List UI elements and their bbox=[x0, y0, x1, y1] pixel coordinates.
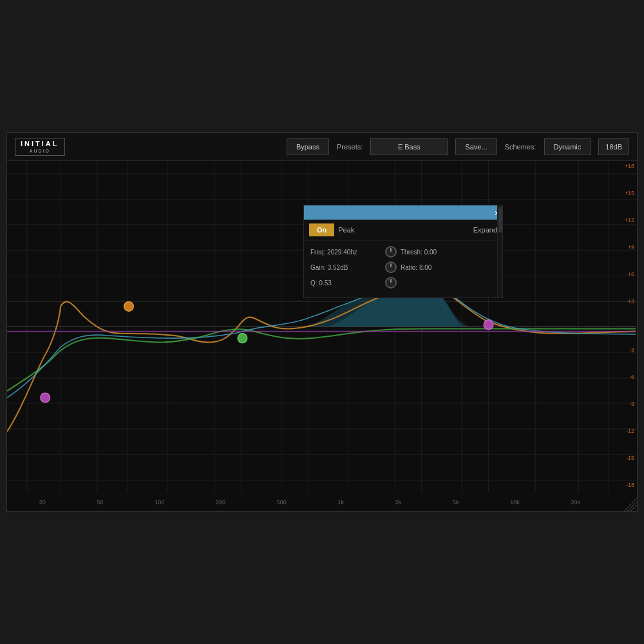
freq-scale: 20 50 100 200 500 1k 2k 5k 10k 20k bbox=[7, 493, 612, 511]
db-label-3p: +3 bbox=[615, 299, 634, 305]
ratio-knob[interactable] bbox=[385, 261, 397, 273]
schemes-button[interactable]: Dynamic bbox=[544, 138, 591, 155]
popup-header: x bbox=[304, 205, 502, 220]
db-label-6p: +6 bbox=[615, 272, 634, 278]
q-row: Q: 0.53 bbox=[310, 277, 496, 289]
db-label-3n: -3 bbox=[615, 347, 634, 353]
db-label-18p: +18 bbox=[615, 164, 634, 169]
freq-param-label: Freq: 2029.40hz bbox=[310, 249, 381, 256]
svg-point-32 bbox=[41, 393, 50, 402]
freq-2k: 2k bbox=[395, 499, 402, 506]
svg-line-37 bbox=[624, 498, 637, 511]
svg-point-33 bbox=[124, 301, 134, 311]
popup-toolbar: On Peak Expand bbox=[304, 220, 502, 241]
on-button[interactable]: On bbox=[309, 223, 334, 236]
thresh-knob[interactable] bbox=[385, 246, 397, 258]
expand-button[interactable]: Expand bbox=[473, 226, 497, 234]
scrollbar-thumb[interactable] bbox=[498, 207, 502, 232]
freq-100: 100 bbox=[155, 499, 164, 506]
plugin-container: INITIAL AUDIO Bypass Presets: Save... Sc… bbox=[6, 132, 638, 512]
db-label-9n: -9 bbox=[615, 401, 634, 407]
freq-200: 200 bbox=[216, 499, 225, 506]
db-label-15n: -15 bbox=[615, 455, 634, 461]
freq-20k: 20k bbox=[571, 499, 581, 506]
freq-10k: 10k bbox=[510, 499, 520, 506]
popup-scrollbar bbox=[497, 205, 502, 298]
q-param-label: Q: 0.53 bbox=[310, 279, 381, 287]
freq-row: Freq: 2029.40hz Thresh: 0.00 bbox=[310, 246, 496, 258]
db-button[interactable]: 18dB bbox=[598, 138, 629, 155]
ratio-value: Ratio: 8.00 bbox=[401, 264, 446, 271]
header: INITIAL AUDIO Bypass Presets: Save... Sc… bbox=[7, 133, 637, 161]
outer-container: INITIAL AUDIO Bypass Presets: Save... Sc… bbox=[0, 0, 644, 644]
logo-sub: AUDIO bbox=[21, 149, 59, 153]
q-knob[interactable] bbox=[385, 277, 397, 289]
gain-row: Gain: 3.52dB Ratio: 8.00 bbox=[310, 261, 496, 273]
svg-point-36 bbox=[484, 320, 493, 330]
popup-params: Freq: 2029.40hz Thresh: 0.00 Gain: 3.52d… bbox=[304, 241, 502, 298]
freq-20: 20 bbox=[39, 499, 46, 506]
gain-param-label: Gain: 3.52dB bbox=[310, 264, 381, 271]
corner-decoration bbox=[624, 498, 637, 511]
freq-5k: 5k bbox=[453, 499, 459, 506]
db-label-15p: +15 bbox=[615, 191, 634, 196]
db-label-12n: -12 bbox=[615, 428, 634, 434]
db-label-6n: -6 bbox=[615, 374, 634, 380]
thresh-value: Thresh: 0.00 bbox=[401, 249, 446, 256]
db-label-18n: -18 bbox=[615, 482, 634, 488]
freq-500: 500 bbox=[277, 499, 287, 506]
svg-point-34 bbox=[238, 334, 247, 343]
schemes-label: Schemes: bbox=[505, 143, 536, 151]
eq-area: +18 +15 +12 +9 +6 +3 -3 -6 -9 -12 -15 -1… bbox=[7, 161, 637, 511]
freq-1k: 1k bbox=[338, 499, 345, 506]
eq-node-popup: x On Peak Expand Freq: 2029.40hz Thresh:… bbox=[303, 205, 503, 298]
db-label-12p: +12 bbox=[615, 218, 634, 223]
db-label-9p: +9 bbox=[615, 245, 634, 251]
logo: INITIAL AUDIO bbox=[15, 138, 65, 156]
logo-text: INITIAL bbox=[21, 140, 59, 147]
freq-50: 50 bbox=[97, 499, 104, 506]
bypass-button[interactable]: Bypass bbox=[287, 138, 329, 155]
svg-line-39 bbox=[630, 505, 637, 511]
db-scale: +18 +15 +12 +9 +6 +3 -3 -6 -9 -12 -15 -1… bbox=[612, 161, 637, 491]
save-button[interactable]: Save... bbox=[455, 138, 497, 155]
preset-input[interactable] bbox=[370, 138, 448, 155]
peak-button[interactable]: Peak bbox=[338, 226, 354, 234]
presets-label: Presets: bbox=[337, 143, 363, 151]
